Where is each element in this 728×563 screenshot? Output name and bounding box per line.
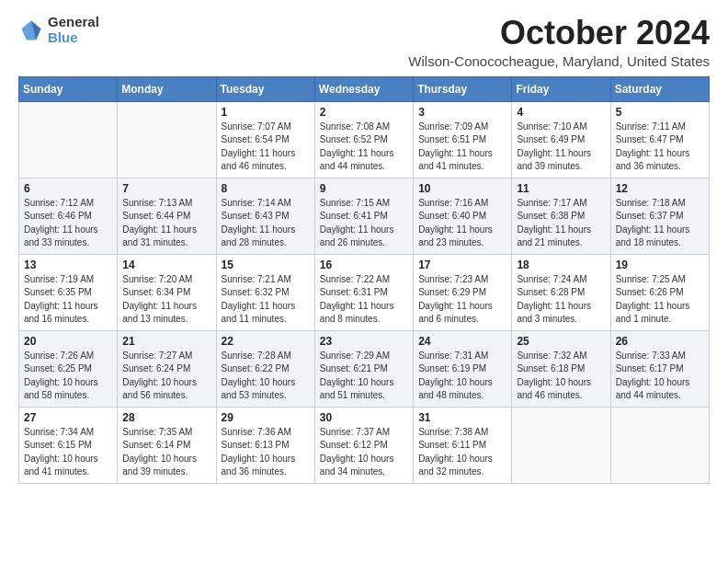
day-info: Sunrise: 7:12 AMSunset: 6:46 PMDaylight:…	[24, 197, 112, 250]
logo-general-text: General	[48, 15, 99, 30]
day-number: 3	[418, 106, 506, 119]
day-info: Sunrise: 7:11 AMSunset: 6:47 PMDaylight:…	[616, 121, 704, 174]
day-info: Sunrise: 7:18 AMSunset: 6:37 PMDaylight:…	[616, 197, 704, 250]
day-info: Sunrise: 7:33 AMSunset: 6:17 PMDaylight:…	[616, 350, 704, 403]
calendar-cell: 15Sunrise: 7:21 AMSunset: 6:32 PMDayligh…	[216, 254, 314, 330]
day-info: Sunrise: 7:20 AMSunset: 6:34 PMDaylight:…	[122, 273, 210, 327]
calendar-body: 1Sunrise: 7:07 AMSunset: 6:54 PMDaylight…	[19, 101, 710, 483]
calendar-cell: 4Sunrise: 7:10 AMSunset: 6:49 PMDaylight…	[512, 101, 610, 178]
calendar-cell	[19, 101, 118, 178]
calendar-cell: 18Sunrise: 7:24 AMSunset: 6:28 PMDayligh…	[512, 254, 610, 330]
title-block: October 2024 Wilson-Conococheague, Maryl…	[408, 15, 710, 69]
calendar-cell: 20Sunrise: 7:26 AMSunset: 6:25 PMDayligh…	[19, 330, 118, 407]
calendar-cell: 10Sunrise: 7:16 AMSunset: 6:40 PMDayligh…	[414, 178, 512, 254]
day-info: Sunrise: 7:26 AMSunset: 6:25 PMDaylight:…	[24, 350, 112, 403]
calendar-week-1: 1Sunrise: 7:07 AMSunset: 6:54 PMDaylight…	[19, 101, 710, 178]
day-number: 2	[320, 106, 408, 119]
calendar-cell: 25Sunrise: 7:32 AMSunset: 6:18 PMDayligh…	[512, 330, 610, 407]
calendar-week-3: 13Sunrise: 7:19 AMSunset: 6:35 PMDayligh…	[19, 254, 710, 330]
day-number: 9	[320, 182, 408, 195]
day-info: Sunrise: 7:13 AMSunset: 6:44 PMDaylight:…	[122, 197, 210, 250]
day-number: 18	[517, 259, 605, 271]
calendar-cell	[610, 407, 709, 483]
calendar-cell: 26Sunrise: 7:33 AMSunset: 6:17 PMDayligh…	[610, 330, 709, 407]
header-friday: Friday	[512, 76, 610, 101]
day-number: 15	[222, 259, 310, 271]
header-monday: Monday	[118, 76, 216, 101]
day-number: 14	[122, 259, 210, 271]
day-number: 12	[616, 182, 704, 195]
header-wednesday: Wednesday	[314, 76, 413, 101]
calendar-cell: 5Sunrise: 7:11 AMSunset: 6:47 PMDaylight…	[610, 101, 709, 178]
calendar-cell	[512, 407, 610, 483]
day-info: Sunrise: 7:35 AMSunset: 6:14 PMDaylight:…	[122, 426, 210, 479]
day-info: Sunrise: 7:09 AMSunset: 6:51 PMDaylight:…	[418, 121, 506, 174]
calendar-cell: 8Sunrise: 7:14 AMSunset: 6:43 PMDaylight…	[216, 178, 314, 254]
calendar-cell: 31Sunrise: 7:38 AMSunset: 6:11 PMDayligh…	[414, 407, 512, 483]
day-number: 6	[24, 182, 112, 195]
day-info: Sunrise: 7:10 AMSunset: 6:49 PMDaylight:…	[517, 121, 605, 174]
header-tuesday: Tuesday	[216, 76, 314, 101]
day-info: Sunrise: 7:28 AMSunset: 6:22 PMDaylight:…	[222, 350, 310, 403]
day-number: 1	[222, 106, 310, 119]
day-number: 11	[517, 182, 605, 195]
calendar-week-2: 6Sunrise: 7:12 AMSunset: 6:46 PMDaylight…	[19, 178, 710, 254]
day-info: Sunrise: 7:07 AMSunset: 6:54 PMDaylight:…	[222, 121, 310, 174]
day-number: 10	[418, 182, 506, 195]
day-number: 26	[616, 335, 704, 348]
logo-blue-text: Blue	[48, 30, 99, 46]
calendar-cell: 30Sunrise: 7:37 AMSunset: 6:12 PMDayligh…	[314, 407, 413, 483]
day-number: 28	[122, 411, 210, 424]
day-info: Sunrise: 7:29 AMSunset: 6:21 PMDaylight:…	[320, 350, 408, 403]
logo: General Blue	[18, 15, 99, 45]
month-title: October 2024	[408, 15, 710, 52]
day-number: 8	[222, 182, 310, 195]
calendar-cell: 11Sunrise: 7:17 AMSunset: 6:38 PMDayligh…	[512, 178, 610, 254]
day-number: 30	[320, 411, 408, 424]
day-info: Sunrise: 7:23 AMSunset: 6:29 PMDaylight:…	[418, 273, 506, 327]
calendar-cell: 14Sunrise: 7:20 AMSunset: 6:34 PMDayligh…	[118, 254, 216, 330]
day-info: Sunrise: 7:08 AMSunset: 6:52 PMDaylight:…	[320, 121, 408, 174]
calendar-cell: 3Sunrise: 7:09 AMSunset: 6:51 PMDaylight…	[414, 101, 512, 178]
day-number: 16	[320, 259, 408, 271]
calendar-page: General Blue October 2024 Wilson-Conococ…	[0, 0, 728, 499]
header-thursday: Thursday	[414, 76, 512, 101]
calendar-cell: 28Sunrise: 7:35 AMSunset: 6:14 PMDayligh…	[118, 407, 216, 483]
calendar-cell: 9Sunrise: 7:15 AMSunset: 6:41 PMDaylight…	[314, 178, 413, 254]
calendar-cell: 22Sunrise: 7:28 AMSunset: 6:22 PMDayligh…	[216, 330, 314, 407]
day-info: Sunrise: 7:37 AMSunset: 6:12 PMDaylight:…	[320, 426, 408, 479]
calendar-table: Sunday Monday Tuesday Wednesday Thursday…	[18, 76, 710, 484]
calendar-cell	[118, 101, 216, 178]
day-info: Sunrise: 7:15 AMSunset: 6:41 PMDaylight:…	[320, 197, 408, 250]
calendar-cell: 1Sunrise: 7:07 AMSunset: 6:54 PMDaylight…	[216, 101, 314, 178]
header: General Blue October 2024 Wilson-Conococ…	[18, 15, 710, 69]
day-info: Sunrise: 7:17 AMSunset: 6:38 PMDaylight:…	[517, 197, 605, 250]
day-info: Sunrise: 7:25 AMSunset: 6:26 PMDaylight:…	[616, 273, 704, 327]
header-sunday: Sunday	[19, 76, 118, 101]
day-info: Sunrise: 7:19 AMSunset: 6:35 PMDaylight:…	[24, 273, 112, 327]
day-number: 5	[616, 106, 704, 119]
day-info: Sunrise: 7:16 AMSunset: 6:40 PMDaylight:…	[418, 197, 506, 250]
location-title: Wilson-Conococheague, Maryland, United S…	[408, 53, 710, 69]
day-info: Sunrise: 7:27 AMSunset: 6:24 PMDaylight:…	[122, 350, 210, 403]
calendar-cell: 21Sunrise: 7:27 AMSunset: 6:24 PMDayligh…	[118, 330, 216, 407]
day-number: 27	[24, 411, 112, 424]
calendar-cell: 29Sunrise: 7:36 AMSunset: 6:13 PMDayligh…	[216, 407, 314, 483]
calendar-cell: 27Sunrise: 7:34 AMSunset: 6:15 PMDayligh…	[19, 407, 118, 483]
weekday-header-row: Sunday Monday Tuesday Wednesday Thursday…	[19, 76, 710, 101]
calendar-cell: 13Sunrise: 7:19 AMSunset: 6:35 PMDayligh…	[19, 254, 118, 330]
day-info: Sunrise: 7:24 AMSunset: 6:28 PMDaylight:…	[517, 273, 605, 327]
day-number: 4	[517, 106, 605, 119]
day-info: Sunrise: 7:31 AMSunset: 6:19 PMDaylight:…	[418, 350, 506, 403]
day-number: 21	[122, 335, 210, 348]
day-info: Sunrise: 7:14 AMSunset: 6:43 PMDaylight:…	[222, 197, 310, 250]
day-number: 22	[222, 335, 310, 348]
day-number: 20	[24, 335, 112, 348]
day-number: 7	[122, 182, 210, 195]
day-info: Sunrise: 7:36 AMSunset: 6:13 PMDaylight:…	[222, 426, 310, 479]
logo-icon	[18, 17, 44, 43]
day-number: 31	[418, 411, 506, 424]
calendar-cell: 17Sunrise: 7:23 AMSunset: 6:29 PMDayligh…	[414, 254, 512, 330]
logo-text: General Blue	[48, 15, 99, 45]
header-saturday: Saturday	[610, 76, 709, 101]
